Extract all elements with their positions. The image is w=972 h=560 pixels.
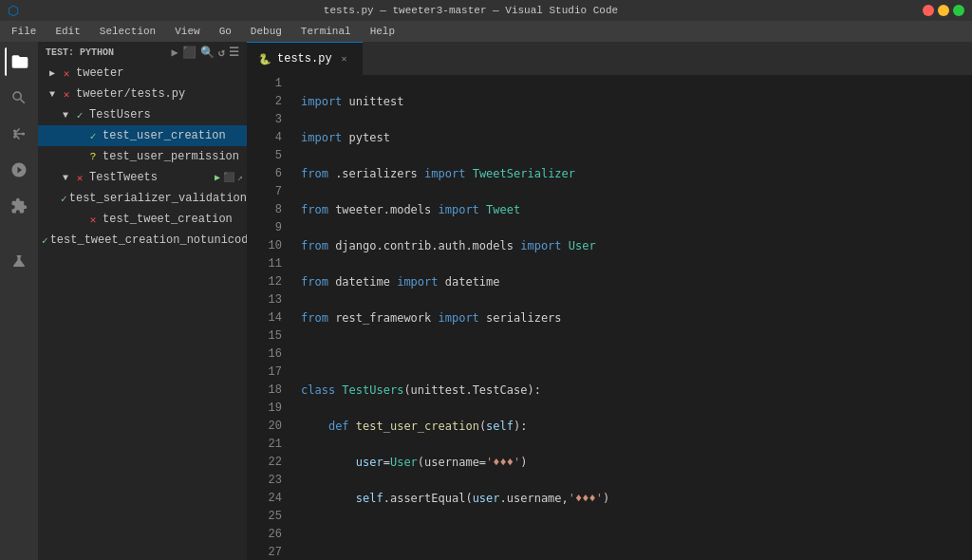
code-editor[interactable]: 12345 678910 1112131415 1617181920 21222… <box>247 75 972 560</box>
tree-label-test-tweet-creation-notunicode: test_tweet_creation_notunicode <box>50 233 247 247</box>
status-icon-testtweets: ✕ <box>72 172 87 184</box>
sidebar-header: TEST: PYTHON ▶ ⬛ 🔍 ↺ ☰ <box>38 42 247 63</box>
discover-tests-icon[interactable]: 🔍 <box>200 46 215 60</box>
tree-item-test-user-creation[interactable]: ✓ test_user_creation <box>38 125 247 146</box>
svg-point-0 <box>13 130 16 133</box>
sidebar-actions: ▶ ⬛ 🔍 ↺ ☰ <box>172 46 239 60</box>
code-line-11: user=User(username='♦♦♦') <box>301 454 972 472</box>
tree-arrow-testtweets: ▼ <box>59 173 72 183</box>
tree-label-test-user-permission: test_user_permission <box>103 150 239 163</box>
menu-edit[interactable]: Edit <box>51 24 84 39</box>
tree-item-tests-py[interactable]: ▼ ✕ tweeter/tests.py <box>38 84 247 104</box>
menu-debug[interactable]: Debug <box>247 24 286 39</box>
menu-file[interactable]: File <box>8 24 40 39</box>
status-icon-test-serializer-validation: ✓ <box>61 193 67 205</box>
code-line-12: self.assertEqual(user.username,'♦♦♦') <box>301 490 972 508</box>
code-line-6: from datetime import datetime <box>301 273 972 291</box>
file-tree: ▶ ✕ tweeter ▼ ✕ tweeter/tests.py ▼ ✓ Tes… <box>38 63 247 560</box>
minimize-button[interactable] <box>938 5 949 16</box>
tree-item-test-serializer-validation[interactable]: ✓ test_serializer_validation <box>38 188 247 209</box>
window-buttons[interactable] <box>923 5 964 16</box>
activity-lab[interactable] <box>5 247 33 275</box>
tree-arrow-testusers: ▼ <box>59 110 72 121</box>
menu-view[interactable]: View <box>171 24 203 39</box>
titlebar: ⬡ tests.py — tweeter3-master — Visual St… <box>0 0 972 21</box>
code-line-1: import unittest <box>301 93 972 111</box>
refresh-tests-icon[interactable]: ↺ <box>218 46 225 60</box>
tree-arrow-tests-py: ▼ <box>46 89 59 100</box>
sidebar-title: TEST: PYTHON <box>46 47 114 58</box>
tree-item-test-tweet-creation[interactable]: ✕ test_tweet_creation <box>38 209 247 230</box>
tree-item-testusers[interactable]: ▼ ✓ TestUsers <box>38 104 247 125</box>
tree-item-tweeter[interactable]: ▶ ✕ tweeter <box>38 63 247 84</box>
code-line-5: from django.contrib.auth.models import U… <box>301 237 972 255</box>
open-testtweets-icon[interactable]: ↗ <box>237 172 243 183</box>
code-line-10: def test_user_creation(self): <box>301 418 972 436</box>
tree-label-testusers: TestUsers <box>89 108 151 121</box>
tree-label-test-tweet-creation: test_tweet_creation <box>103 213 233 226</box>
menu-selection[interactable]: Selection <box>96 24 159 39</box>
main-layout: TEST: PYTHON ▶ ⬛ 🔍 ↺ ☰ ▶ ✕ tweeter ▼ ✕ <box>0 42 972 560</box>
code-line-8 <box>301 345 972 364</box>
activity-search[interactable] <box>5 84 33 112</box>
tab-close-button[interactable]: ✕ <box>338 52 351 65</box>
tree-label-tests-py: tweeter/tests.py <box>76 87 185 101</box>
sidebar: TEST: PYTHON ▶ ⬛ 🔍 ↺ ☰ ▶ ✕ tweeter ▼ ✕ <box>38 42 247 560</box>
app-icon: ⬡ <box>8 3 19 19</box>
activity-bar <box>0 42 38 560</box>
activity-git[interactable] <box>5 120 33 148</box>
svg-point-1 <box>13 136 16 139</box>
activity-debug[interactable] <box>5 156 33 184</box>
run-testtweets-icon[interactable]: ▶ <box>215 172 220 183</box>
debug-testtweets-icon[interactable]: ⬛ <box>223 172 234 183</box>
status-icon-test-user-creation: ✓ <box>85 130 101 142</box>
code-line-9: class TestUsers(unittest.TestCase): <box>301 382 972 400</box>
status-icon-testusers: ✓ <box>72 109 87 121</box>
menu-go[interactable]: Go <box>215 24 235 39</box>
editor-area: 🐍 tests.py ✕ 12345 678910 1112131415 161… <box>247 42 972 560</box>
tree-label-test-user-creation: test_user_creation <box>103 129 226 142</box>
menu-terminal[interactable]: Terminal <box>297 24 355 39</box>
code-line-3: from .serializers import TweetSerializer <box>301 165 972 183</box>
status-icon-test-tweet-creation-notunicode: ✓ <box>42 234 48 247</box>
debug-tests-icon[interactable]: ⬛ <box>182 46 196 60</box>
activity-files[interactable] <box>5 47 33 76</box>
tree-item-test-user-permission[interactable]: ? test_user_permission <box>38 146 247 167</box>
menu-help[interactable]: Help <box>366 24 399 39</box>
tree-label-test-serializer-validation: test_serializer_validation <box>69 192 247 205</box>
more-actions-icon[interactable]: ☰ <box>229 46 239 60</box>
status-icon-test-tweet-creation: ✕ <box>85 214 101 226</box>
run-tests-icon[interactable]: ▶ <box>172 46 178 60</box>
code-line-2: import pytest <box>301 129 972 147</box>
tab-bar: 🐍 tests.py ✕ <box>247 42 972 75</box>
tree-item-test-tweet-creation-notunicode[interactable]: ✓ test_tweet_creation_notunicode <box>38 230 247 251</box>
maximize-button[interactable] <box>953 5 964 16</box>
close-button[interactable] <box>923 5 934 16</box>
code-line-4: from tweeter.models import Tweet <box>301 201 972 219</box>
line-numbers: 12345 678910 1112131415 1617181920 21222… <box>247 75 290 560</box>
tree-arrow-tweeter: ▶ <box>46 67 59 79</box>
tree-item-testtweets[interactable]: ▼ ✕ TestTweets ▶ ⬛ ↗ <box>38 167 247 188</box>
code-line-13 <box>301 526 972 544</box>
menubar: File Edit Selection View Go Debug Termin… <box>0 21 972 42</box>
tab-tests-py[interactable]: 🐍 tests.py ✕ <box>247 42 363 75</box>
svg-point-2 <box>22 133 25 136</box>
status-icon-tests-py: ✕ <box>59 88 74 101</box>
status-icon-test-user-permission: ? <box>85 151 101 162</box>
status-icon-tweeter: ✕ <box>59 67 74 80</box>
tab-label: tests.py <box>277 52 332 65</box>
activity-extensions[interactable] <box>5 192 33 220</box>
tree-label-testtweets: TestTweets <box>89 171 158 184</box>
window-controls: ⬡ <box>8 3 19 19</box>
file-icon: 🐍 <box>258 53 271 65</box>
code-content[interactable]: import unittest import pytest from .seri… <box>290 75 972 560</box>
tree-label-tweeter: tweeter <box>76 66 123 80</box>
window-title: tests.py — tweeter3-master — Visual Stud… <box>19 5 923 16</box>
code-line-7: from rest_framework import serializers <box>301 309 972 327</box>
